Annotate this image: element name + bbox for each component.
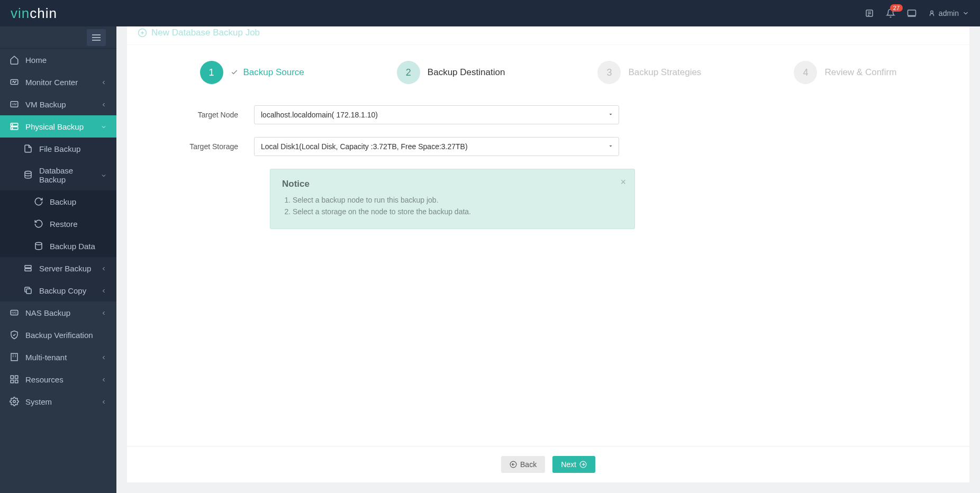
file-icon [23,144,33,153]
user-menu[interactable]: admin [928,9,969,17]
restore-icon [34,219,43,229]
sidebar: Home Monitor Center VM VM Backup Physica… [0,26,116,493]
next-label: Next [561,460,576,469]
form-area: Target Node localhost.localdomain( 172.1… [127,95,969,240]
step-4[interactable]: 4 Review & Confirm [794,61,896,84]
data-icon [34,241,43,251]
sidebar-item-backup-data[interactable]: Backup Data [0,235,116,257]
chevron-left-icon [101,265,107,271]
notice-title: Notice [282,179,623,189]
svg-rect-17 [25,269,31,271]
sidebar-label: Monitor Center [25,78,94,87]
next-button[interactable]: Next [552,456,595,473]
sidebar-label: Restore [50,220,107,229]
home-icon [10,55,19,65]
hamburger-icon[interactable] [87,29,106,46]
plus-circle-icon [138,28,147,38]
refresh-icon [34,197,43,206]
shield-icon [10,330,19,340]
display-icon[interactable] [907,8,917,18]
sidebar-item-multitenant[interactable]: Multi-tenant [0,346,116,368]
sidebar-label: Multi-tenant [25,353,94,362]
notice-item: Select a backup node to run this backup … [293,196,623,204]
target-node-select[interactable]: localhost.localdomain( 172.18.1.10) [254,105,619,124]
sidebar-item-vm-backup[interactable]: VM VM Backup [0,93,116,115]
chevron-left-icon [101,309,107,316]
sidebar-label: Database Backup [39,166,94,184]
chevron-left-icon [101,376,107,382]
topbar-right: 27 admin [865,8,969,18]
sidebar-label: NAS Backup [25,308,94,317]
step-label: Backup Strategies [628,67,701,78]
wizard-stepper: 1 Backup Source 2 Backup Destination 3 B… [127,45,969,95]
step-label: Backup Destination [428,67,505,78]
svg-rect-29 [15,380,18,383]
notice-list: Select a backup node to run this backup … [282,196,623,216]
nas-icon: NAS [10,308,19,317]
svg-point-6 [931,11,933,13]
sidebar-sub-physical: File Backup Database Backup Backup Resto… [0,138,116,302]
page-title: New Database Backup Job [151,28,260,38]
sidebar-label: Resources [25,375,94,384]
server-icon [10,122,19,131]
sidebar-item-home[interactable]: Home [0,49,116,71]
step-2[interactable]: 2 Backup Destination [397,61,505,84]
sidebar-label: Server Backup [39,264,94,273]
target-storage-select[interactable]: Local Disk1(Local Disk, Capacity :3.72TB… [254,137,619,156]
target-node-label: Target Node [159,111,254,119]
sidebar-label: Backup [50,197,107,206]
sidebar-item-server-backup[interactable]: Server Backup [0,257,116,279]
sidebar-item-resources[interactable]: Resources [0,368,116,390]
svg-rect-18 [26,289,31,294]
svg-point-15 [35,242,42,245]
sidebar-item-restore[interactable]: Restore [0,213,116,235]
form-row-target-node: Target Node localhost.localdomain( 172.1… [159,105,938,124]
sidebar-item-nas-backup[interactable]: NAS NAS Backup [0,302,116,324]
back-button[interactable]: Back [501,456,545,473]
svg-rect-28 [11,380,13,383]
step-1[interactable]: 1 Backup Source [200,61,304,84]
close-icon[interactable]: × [620,177,626,188]
sidebar-item-backup[interactable]: Backup [0,190,116,213]
check-icon [231,68,238,77]
sidebar-sub-database: Backup Restore Backup Data [0,190,116,257]
sidebar-item-file-backup[interactable]: File Backup [0,138,116,160]
chevron-left-icon [101,354,107,360]
svg-point-14 [25,171,31,174]
content-card: New Database Backup Job 1 Backup Source … [127,26,969,482]
sidebar-item-database-backup[interactable]: Database Backup [0,160,116,190]
copy-icon [23,286,33,295]
chevron-left-icon [101,398,107,405]
step-3[interactable]: 3 Backup Strategies [597,61,701,84]
svg-rect-21 [11,353,17,361]
svg-rect-26 [11,376,13,378]
server-icon [23,263,33,273]
arrow-left-icon [510,461,517,468]
topbar: vinchin 27 admin [0,0,980,26]
svg-rect-4 [908,10,915,16]
notification-icon[interactable]: 27 [886,8,895,18]
svg-point-12 [12,124,13,125]
sidebar-label: Home [25,56,107,65]
step-number: 4 [794,61,817,84]
sidebar-toggle-row [0,26,116,49]
sidebar-label: Backup Copy [39,286,94,295]
main-content: New Database Backup Job 1 Backup Source … [116,26,980,493]
sidebar-item-monitor[interactable]: Monitor Center [0,71,116,93]
vm-icon: VM [10,99,19,109]
sidebar-label: System [25,397,94,406]
svg-point-30 [13,400,16,403]
log-icon[interactable] [865,8,874,18]
step-label: Review & Confirm [824,67,896,78]
step-number: 1 [200,61,223,84]
notice-panel: × Notice Select a backup node to run thi… [270,169,635,229]
svg-text:VM: VM [12,103,17,106]
sidebar-item-backup-copy[interactable]: Backup Copy [0,279,116,302]
sidebar-item-system[interactable]: System [0,390,116,413]
chevron-left-icon [101,79,107,85]
notification-badge: 27 [890,4,903,12]
sidebar-item-physical-backup[interactable]: Physical Backup [0,115,116,138]
svg-rect-16 [25,266,31,268]
wizard-footer: Back Next [127,446,969,482]
sidebar-item-verification[interactable]: Backup Verification [0,324,116,346]
